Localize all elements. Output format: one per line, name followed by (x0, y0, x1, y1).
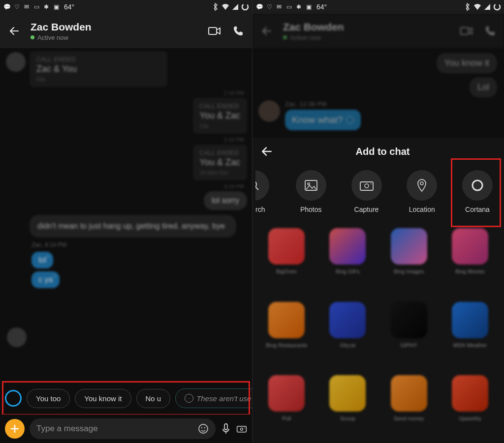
back-button[interactable] (7, 24, 22, 38)
audio-call-button[interactable] (483, 24, 497, 38)
app-label: Send money (394, 415, 424, 421)
category-cortana[interactable]: Cortana (454, 170, 501, 213)
smart-reply-feedback[interactable]: ··These aren't use (175, 388, 252, 408)
octopus-notif-icon: ✱ (295, 3, 303, 11)
panel-title: Add to chat (268, 146, 497, 157)
incoming-bubble[interactable]: lol☺ (32, 252, 53, 268)
mail-notif-icon: ✉ (275, 3, 283, 11)
presence-text: Active now (290, 34, 321, 41)
signal-icon (231, 3, 239, 11)
call-ended-card: CALL ENDED You & Zac 13s (193, 98, 247, 134)
outgoing-message[interactable]: lol sorry (204, 191, 247, 210)
svg-point-2 (199, 424, 208, 433)
right-screenshot: 💬 ♡ ✉ ▭ ✱ ▣ 64° Zac Bowden Active now (252, 0, 504, 443)
incoming-bubble[interactable]: Know what? (285, 110, 361, 130)
svg-rect-6 (237, 426, 247, 432)
audio-call-button[interactable] (231, 24, 245, 38)
add-to-chat-panel: Add to chat rch Photos Capture (252, 138, 504, 443)
app-tile-bing-gifs[interactable]: Bing GIFs (320, 228, 375, 290)
app-label: Bing Images (394, 268, 424, 274)
outgoing-message[interactable]: Lol (470, 77, 497, 97)
app-tile-send-money[interactable]: Send money (382, 375, 436, 437)
video-call-button[interactable] (460, 24, 473, 38)
avatar (6, 52, 26, 72)
video-call-button[interactable] (208, 24, 221, 38)
capture-icon (351, 170, 382, 201)
svg-point-16 (371, 183, 372, 184)
app-tile-bigoven[interactable]: BigOven (259, 228, 314, 290)
category-location[interactable]: Location (398, 170, 445, 213)
svg-rect-14 (360, 182, 373, 190)
contact-name[interactable]: Zac Bowden (31, 21, 208, 33)
smart-reply-chip[interactable]: You know it (75, 389, 131, 408)
app-tile-bing-images[interactable]: Bing Images (382, 228, 436, 290)
temperature: 64° (64, 3, 74, 11)
heart-notif-icon: ♡ (265, 3, 273, 11)
category-photos[interactable]: Photos (287, 170, 335, 213)
emoji-icon[interactable] (198, 423, 209, 434)
app-tile-poll[interactable]: Poll (259, 375, 314, 437)
app-label: Scoop (340, 415, 355, 421)
image-notif-icon: ▣ (305, 3, 313, 11)
category-capture[interactable]: Capture (343, 170, 390, 213)
call-ended-card: CALL ENDED You & Zac 1h 54m 52s (193, 145, 247, 180)
app-label: Bing Movies (455, 268, 485, 274)
chat-header: Zac Bowden Active now (252, 14, 504, 48)
octopus-notif-icon: ✱ (42, 3, 50, 11)
image-notif-icon: ▣ (52, 3, 60, 11)
apps-grid[interactable]: BigOvenBing GIFsBing ImagesBing MoviesBi… (252, 222, 504, 443)
app-tile-scoop[interactable]: Scoop (320, 375, 375, 437)
svg-point-18 (472, 180, 482, 190)
app-tile-msn-weather[interactable]: MSN Weather (443, 302, 497, 364)
bluetooth-icon (464, 3, 472, 11)
add-button[interactable] (5, 419, 25, 439)
contact-name[interactable]: Zac Bowden (283, 21, 460, 33)
app-label: Poll (282, 415, 291, 421)
presence-dot-icon (31, 35, 34, 39)
app-tile-upworthy[interactable]: Upworthy (443, 375, 497, 437)
news-notif-icon: ▭ (32, 3, 40, 11)
svg-rect-10 (461, 28, 469, 34)
search-icon (255, 170, 269, 201)
cortana-icon[interactable] (5, 390, 22, 407)
app-tile-gfycat[interactable]: Gfycat (320, 302, 375, 364)
back-button[interactable] (259, 24, 274, 38)
app-label: BigOven (276, 268, 297, 274)
wifi-icon (473, 3, 481, 11)
avatar[interactable] (258, 100, 280, 122)
mail-notif-icon: ✉ (23, 3, 31, 11)
svg-rect-1 (209, 28, 217, 34)
message-input[interactable]: Type a message (30, 418, 216, 439)
outgoing-message[interactable]: You know it (437, 53, 497, 73)
bluetooth-icon (212, 3, 220, 11)
smart-reply-chip[interactable]: You too (27, 389, 70, 408)
svg-point-13 (308, 183, 310, 185)
incoming-message[interactable]: didn't mean to just hang up, getting tir… (30, 215, 236, 237)
svg-point-9 (494, 4, 500, 10)
heart-notif-icon: ♡ (13, 3, 21, 11)
svg-point-4 (204, 427, 205, 428)
category-row[interactable]: rch Photos Capture Location (252, 165, 504, 222)
mic-icon[interactable] (220, 423, 231, 434)
smart-reply-chip[interactable]: No u (136, 389, 171, 408)
location-icon (407, 170, 437, 201)
category-search[interactable]: rch (255, 170, 279, 213)
chat-thread[interactable]: CALL ENDED Zac & You 53s 2:18 PM CALL EN… (0, 48, 252, 443)
svg-point-3 (201, 427, 202, 428)
svg-point-0 (242, 4, 248, 10)
cortana-icon (462, 170, 493, 201)
smart-reply-row: You too You know it No u ··These aren't … (0, 383, 252, 413)
message-meta: Zac, 4:14 PM (32, 241, 247, 248)
temperature: 64° (316, 3, 327, 11)
news-notif-icon: ▭ (285, 3, 293, 11)
camera-icon[interactable] (236, 423, 247, 434)
message-meta: Zac, 12:38 PM (285, 100, 361, 108)
app-tile-bing-movies[interactable]: Bing Movies (443, 228, 497, 290)
chat-notif-icon: 💬 (255, 3, 263, 11)
app-tile-giphy[interactable]: GIPHY (382, 302, 436, 364)
incoming-bubble[interactable]: c ya☺ (32, 271, 60, 288)
left-screenshot: 💬 ♡ ✉ ▭ ✱ ▣ 64° Za (0, 0, 252, 443)
app-label: MSN Weather (453, 342, 487, 348)
avatar (7, 327, 27, 347)
app-tile-bing-restaurants[interactable]: Bing Restaurants (259, 302, 314, 364)
